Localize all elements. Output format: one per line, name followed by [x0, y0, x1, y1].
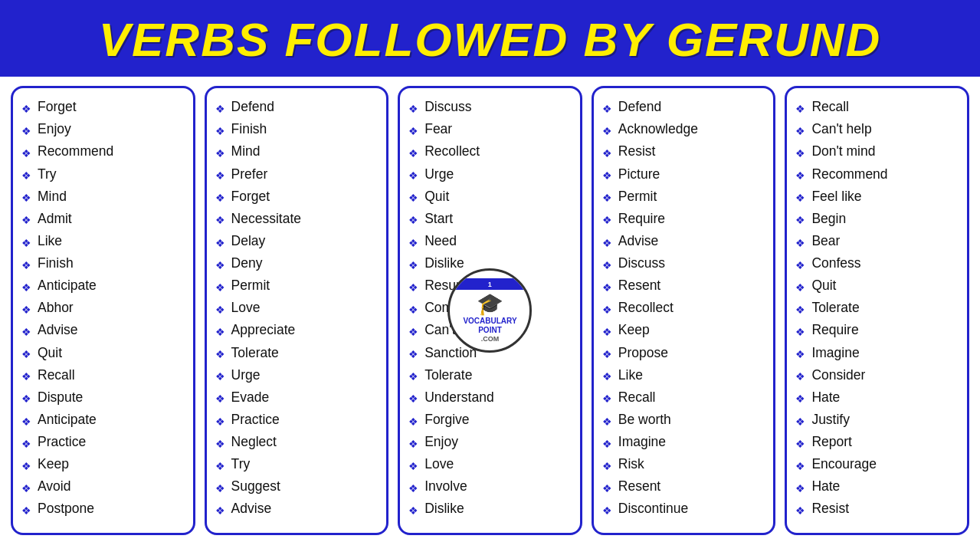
diamond-icon	[796, 347, 807, 358]
list-item: Defend	[603, 96, 768, 118]
list-item: Postpone	[22, 498, 187, 520]
diamond-icon	[796, 459, 807, 470]
word-text: Justify	[811, 409, 850, 430]
diamond-icon	[409, 481, 420, 492]
diamond-icon	[409, 258, 420, 269]
diamond-icon	[216, 325, 227, 336]
word-text: Abhor	[38, 297, 74, 318]
list-item: Suggest	[216, 475, 381, 498]
diamond-icon	[216, 415, 227, 426]
list-item: Practice	[216, 409, 381, 431]
diamond-icon	[409, 102, 420, 113]
word-text: Dislike	[424, 253, 464, 274]
diamond-icon	[216, 281, 227, 291]
list-item: Recommend	[796, 163, 961, 186]
word-text: Involve	[424, 476, 467, 497]
word-text: Anticipate	[38, 409, 97, 430]
word-text: Try	[231, 454, 251, 475]
diamond-icon	[603, 146, 614, 157]
diamond-icon	[409, 325, 420, 336]
word-text: Encourage	[811, 454, 877, 475]
list-item: Like	[603, 364, 768, 386]
diamond-icon	[22, 392, 33, 402]
diamond-icon	[409, 303, 420, 314]
list-item: Permit	[603, 186, 768, 208]
diamond-icon	[796, 169, 807, 179]
list-item: Involve	[409, 475, 574, 498]
list-item: Evade	[216, 386, 381, 409]
word-text: Recommend	[811, 164, 887, 185]
word-text: Hate	[811, 387, 840, 408]
word-text: Resent	[618, 275, 660, 296]
list-item: Try	[216, 453, 381, 475]
list-item: Begin	[796, 208, 961, 230]
word-text: Discuss	[618, 253, 665, 274]
word-text: Picture	[618, 164, 660, 185]
word-text: Bear	[811, 231, 840, 251]
word-text: Resist	[618, 141, 656, 162]
word-text: Start	[424, 209, 453, 229]
list-item: Report	[796, 431, 961, 453]
word-text: Anticipate	[38, 275, 97, 296]
word-text: Deny	[231, 253, 263, 274]
diamond-icon	[603, 124, 614, 135]
diamond-icon	[796, 481, 807, 492]
word-text: Report	[811, 432, 852, 452]
diamond-icon	[216, 303, 227, 314]
diamond-icon	[409, 213, 420, 224]
diamond-icon	[409, 392, 420, 402]
list-item: Finish	[22, 252, 187, 274]
word-text: Can't help	[811, 119, 871, 140]
diamond-icon	[22, 236, 33, 247]
word-text: Resent	[618, 476, 660, 497]
diamond-icon	[796, 191, 807, 202]
list-item: Advise	[22, 319, 187, 341]
word-text: Keep	[618, 320, 650, 340]
diamond-icon	[216, 191, 227, 202]
word-text: Tolerate	[231, 343, 279, 363]
diamond-icon	[796, 392, 807, 402]
column-4: DefendAcknowledgeResistPicturePermitRequ…	[592, 86, 776, 535]
word-text: Risk	[618, 454, 644, 475]
list-item: Forget	[216, 186, 381, 208]
word-text: Enjoy	[424, 432, 458, 452]
list-item: Don't mind	[796, 140, 961, 163]
list-item: Forget	[22, 96, 187, 118]
diamond-icon	[603, 258, 614, 269]
list-item: Bear	[796, 230, 961, 252]
word-text: Evade	[231, 387, 270, 408]
diamond-icon	[796, 102, 807, 113]
column-3: 1 🎓 VOCABULARYPOINT .COM DiscussFearReco…	[398, 86, 582, 535]
list-item: Can't help	[796, 118, 961, 140]
list-item: Resent	[603, 274, 768, 297]
word-text: Love	[424, 454, 454, 475]
word-text: Imagine	[618, 432, 666, 452]
word-text: Forgive	[424, 409, 469, 430]
word-text: Permit	[618, 186, 657, 207]
diamond-icon	[22, 124, 33, 135]
list-item: Justify	[796, 409, 961, 431]
column-1: ForgetEnjoyRecommendTryMindAdmitLikeFini…	[11, 86, 195, 535]
list-item: Quit	[409, 186, 574, 208]
diamond-icon	[603, 481, 614, 492]
list-item: Acknowledge	[603, 118, 768, 140]
list-item: Encourage	[796, 453, 961, 475]
list-item: Keep	[22, 453, 187, 475]
list-item: Discontinue	[603, 498, 768, 520]
word-text: Recollect	[618, 297, 674, 318]
diamond-icon	[603, 191, 614, 202]
page-title: VERBS FOLLOWED BY GERUND	[15, 14, 965, 66]
list-item: Deny	[216, 252, 381, 274]
diamond-icon	[796, 281, 807, 291]
diamond-icon	[796, 370, 807, 380]
list-item: Be worth	[603, 409, 768, 431]
word-text: Mind	[38, 186, 67, 207]
diamond-icon	[216, 213, 227, 224]
diamond-icon	[603, 347, 614, 358]
diamond-icon	[796, 124, 807, 135]
vocabulary-point-logo: 1 🎓 VOCABULARYPOINT .COM	[447, 268, 532, 353]
word-text: Like	[38, 231, 62, 251]
word-text: Quit	[424, 186, 449, 207]
word-text: Prefer	[231, 164, 268, 185]
diamond-icon	[603, 437, 614, 448]
